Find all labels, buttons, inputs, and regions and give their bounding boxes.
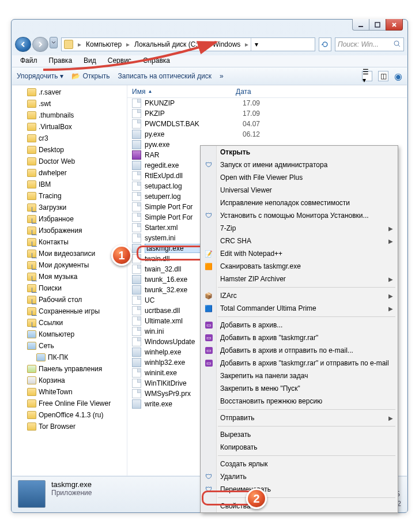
context-menu-item[interactable]: Исправление неполадок совместимости <box>201 197 398 209</box>
context-menu-label: Universal Viewer <box>220 186 272 194</box>
folder-tree[interactable]: .r.saver.swt.thumbnails.VirtualBoxcr3Des… <box>12 85 127 476</box>
context-menu-label: Исправление неполадок совместимости <box>220 199 350 207</box>
tree-item[interactable]: Компьютер <box>12 329 127 340</box>
maximize-button[interactable] <box>369 19 386 31</box>
context-menu-item[interactable]: Hamster ZIP Archiver▶ <box>201 273 398 285</box>
context-menu-item[interactable]: 🟦Total Commander Ultima Prime▶ <box>201 302 398 315</box>
file-row[interactable]: PKUNZIP17.09 <box>127 98 407 108</box>
tree-item[interactable]: OpenOffice 4.1.3 (ru) <box>12 409 127 421</box>
breadcrumb-computer[interactable]: Компьютер <box>84 39 124 50</box>
tree-item[interactable]: Корзина <box>12 375 127 386</box>
open-button[interactable]: 📂Открыть <box>71 72 110 80</box>
tree-item[interactable]: Изображения <box>12 225 127 236</box>
context-menu-label: Добавить в архив... <box>220 321 282 329</box>
tree-item[interactable]: Загрузки <box>12 202 127 213</box>
tree-item[interactable]: Моя музыка <box>12 271 127 282</box>
context-menu-item[interactable]: Закрепить на панели задач <box>201 369 398 382</box>
tree-item[interactable]: Мои видеозаписи <box>12 248 127 259</box>
organize-button[interactable]: Упорядочить ▾ <box>17 72 63 80</box>
context-menu-item[interactable]: 📝Edit with Notepad++ <box>201 247 398 260</box>
context-menu-item[interactable]: Вырезать <box>201 428 398 441</box>
search-box[interactable]: Поиск: Win... <box>335 37 404 51</box>
tree-item[interactable]: dwhelper <box>12 167 127 179</box>
context-menu-item[interactable]: Восстановить прежнюю версию <box>201 395 398 408</box>
address-dropdown[interactable]: ▾ <box>251 38 261 51</box>
breadcrumb-folder[interactable]: Windows <box>210 39 243 50</box>
burn-button[interactable]: Записать на оптический диск <box>118 72 212 80</box>
annotation-badge-1: 1 <box>111 245 132 266</box>
col-date[interactable]: Дата <box>236 88 251 96</box>
context-menu-item[interactable]: 🛡Установить с помощью Монитора Установки… <box>201 209 398 222</box>
context-menu-item[interactable]: Universal Viewer <box>201 184 398 197</box>
col-name[interactable]: Имя <box>132 88 145 96</box>
tree-item[interactable]: Избранное <box>12 213 127 225</box>
tree-item-label: Tor Browser <box>39 422 76 431</box>
context-menu-item[interactable]: 📦IZArc▶ <box>201 289 398 302</box>
help-icon[interactable]: ◉ <box>394 71 402 82</box>
context-menu-item[interactable]: 🛡Удалить <box>201 470 398 483</box>
file-row[interactable]: py.exe06.12 <box>127 129 407 139</box>
tree-item[interactable]: Рабочий стол <box>12 294 127 305</box>
context-menu-item[interactable]: Открыть <box>201 146 398 159</box>
menu-edit[interactable]: Правка <box>44 55 77 67</box>
context-menu-item[interactable]: 🛡Переименовать <box>201 483 398 496</box>
context-menu-item[interactable]: Закрепить в меню "Пуск" <box>201 382 398 395</box>
refresh-button[interactable] <box>319 37 331 51</box>
context-menu-item[interactable]: ▭Добавить в архив "taskmgr.rar" <box>201 331 398 344</box>
context-menu-item[interactable]: Свойства <box>201 500 398 512</box>
tree-item[interactable]: WhiteTown <box>12 386 127 398</box>
context-menu-item[interactable]: ▭Добавить в архив... <box>201 319 398 331</box>
context-menu-item[interactable]: Отправить▶ <box>201 412 398 424</box>
context-menu-item[interactable]: 🟧Сканировать taskmgr.exe <box>201 260 398 273</box>
tree-item[interactable]: Ссылки <box>12 317 127 329</box>
tree-item[interactable]: Doctor Web <box>12 156 127 167</box>
tree-item[interactable]: Tracing <box>12 190 127 202</box>
address-bar[interactable]: ▸ Компьютер ▸ Локальный диск (C:) ▸ Wind… <box>61 37 315 51</box>
context-menu-item[interactable]: Создать ярлык <box>201 458 398 470</box>
context-menu-item[interactable]: ▭Добавить в архив и отправить по e-mail.… <box>201 344 398 357</box>
tree-item-label: Free Online File Viewer <box>39 399 111 408</box>
menu-view[interactable]: Вид <box>79 55 101 67</box>
context-menu-item[interactable]: Копировать <box>201 441 398 454</box>
tree-item[interactable]: Free Online File Viewer <box>12 398 127 409</box>
column-headers[interactable]: Имя▲ Дата <box>127 85 407 98</box>
close-button[interactable] <box>386 19 403 31</box>
menu-file[interactable]: Файл <box>16 55 42 67</box>
minimize-button[interactable] <box>352 19 369 31</box>
preview-pane-button[interactable]: ◫ <box>378 71 388 81</box>
submenu-arrow-icon: ▶ <box>388 238 393 244</box>
view-mode-button[interactable]: ☰ ▾ <box>362 71 372 81</box>
context-menu-item[interactable]: ▭Добавить в архив "taskmgr.rar" и отправ… <box>201 357 398 369</box>
tree-item[interactable]: .swt <box>12 98 127 110</box>
tree-item[interactable]: .r.saver <box>12 86 127 98</box>
tree-item[interactable]: Контакты <box>12 236 127 248</box>
tree-item[interactable]: Поиски <box>12 282 127 294</box>
context-menu-label: Отправить <box>220 414 255 422</box>
file-row[interactable]: PKZIP17.09 <box>127 108 407 119</box>
tree-item[interactable]: ПК-ПК <box>12 352 127 363</box>
context-menu-item[interactable]: CRC SHA▶ <box>201 235 398 247</box>
menu-tools[interactable]: Сервис <box>103 55 136 67</box>
tree-item[interactable]: .thumbnails <box>12 110 127 121</box>
context-menu-label: Сканировать taskmgr.exe <box>220 262 301 270</box>
tree-item[interactable]: cr3 <box>12 133 127 144</box>
nav-forward-button[interactable] <box>32 37 48 52</box>
tree-item[interactable]: Сохраненные игры <box>12 305 127 317</box>
context-menu-item[interactable]: 🛡Запуск от имени администратора <box>201 159 398 171</box>
tree-item[interactable]: Tor Browser <box>12 421 127 432</box>
nav-history-dropdown[interactable] <box>50 37 58 48</box>
breadcrumb-drive[interactable]: Локальный диск (C:) <box>132 39 202 50</box>
context-menu-item[interactable]: 7-Zip▶ <box>201 222 398 235</box>
tree-item[interactable]: Сеть <box>12 340 127 352</box>
menu-help[interactable]: Справка <box>138 55 175 67</box>
context-menu-item[interactable]: Open with File Viewer Plus <box>201 171 398 184</box>
tree-item[interactable]: Desktop <box>12 144 127 156</box>
tree-item[interactable]: IBM <box>12 179 127 190</box>
tree-item[interactable]: Мои документы <box>12 259 127 271</box>
folder-icon <box>27 134 36 142</box>
tree-item-label: dwhelper <box>39 169 67 177</box>
tree-item[interactable]: .VirtualBox <box>12 121 127 133</box>
tree-item[interactable]: Панель управления <box>12 363 127 375</box>
nav-back-button[interactable] <box>15 37 31 52</box>
file-row[interactable]: PWCMDLST.BAK04.07 <box>127 119 407 129</box>
